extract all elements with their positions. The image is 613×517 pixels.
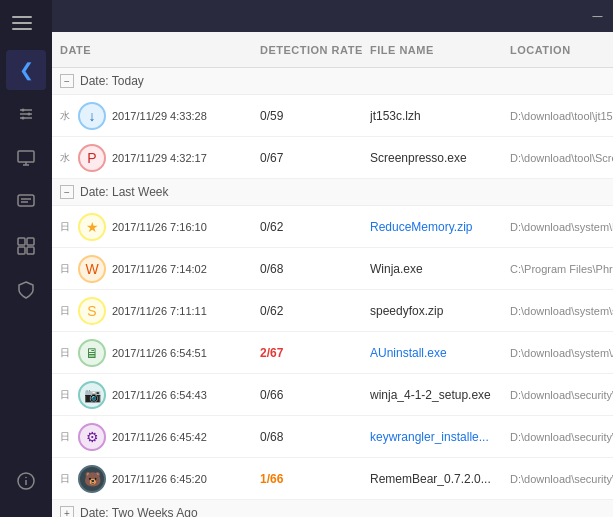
cell-location: D:\download\security\winja... xyxy=(510,389,613,401)
cell-date: 日⚙2017/11/26 6:45:42 xyxy=(60,423,260,451)
minimize-button[interactable]: ─ xyxy=(589,7,607,25)
day-indicator: 水 xyxy=(60,151,70,165)
date-text: 2017/11/29 4:32:17 xyxy=(112,152,207,164)
app-icon: S xyxy=(78,297,106,325)
menu-button[interactable] xyxy=(8,8,44,38)
date-text: 2017/11/26 7:16:10 xyxy=(112,221,207,233)
app-icon: ★ xyxy=(78,213,106,241)
cell-detection-rate: 0/59 xyxy=(260,109,370,123)
cell-location: D:\download\system\Reduc... xyxy=(510,221,613,233)
table-row[interactable]: 水P2017/11/29 4:32:170/67Screenpresso.exe… xyxy=(52,137,613,179)
tools-icon xyxy=(16,104,36,124)
cell-file-name: Winja.exe xyxy=(370,262,510,276)
cell-file-name: ReduceMemory.zip xyxy=(370,220,510,234)
cell-location: C:\Program Files\PhrozenWi... xyxy=(510,263,613,275)
svg-point-18 xyxy=(25,477,27,479)
date-text: 2017/11/26 6:54:51 xyxy=(112,347,207,359)
chat-icon xyxy=(16,192,36,212)
cell-detection-rate: 0/62 xyxy=(260,304,370,318)
svg-rect-6 xyxy=(18,151,34,162)
cell-file-name: Screenpresso.exe xyxy=(370,151,510,165)
cell-location: D:\download\security\keyw... xyxy=(510,431,613,443)
date-text: 2017/11/26 6:45:20 xyxy=(112,473,207,485)
app-icon: P xyxy=(78,144,106,172)
group-toggle-last_week[interactable]: − xyxy=(60,185,74,199)
col-header-date: DATE xyxy=(60,44,260,56)
table-row[interactable]: 日🐻2017/11/26 6:45:201/66RememBear_0.7.2.… xyxy=(52,458,613,500)
svg-rect-13 xyxy=(27,238,34,245)
cell-date: 日S2017/11/26 7:11:11 xyxy=(60,297,260,325)
cell-date: 日★2017/11/26 7:16:10 xyxy=(60,213,260,241)
cell-date: 水P2017/11/29 4:32:17 xyxy=(60,144,260,172)
svg-rect-15 xyxy=(27,247,34,254)
group-header-today[interactable]: −Date: Today xyxy=(52,68,613,95)
day-indicator: 日 xyxy=(60,346,70,360)
group-header-last_week[interactable]: −Date: Last Week xyxy=(52,179,613,206)
sidebar-item-tools[interactable] xyxy=(6,94,46,134)
cell-file-name: jt153c.lzh xyxy=(370,109,510,123)
sidebar-item-back[interactable]: ❮ xyxy=(6,50,46,90)
cell-date: 水↓2017/11/29 4:33:28 xyxy=(60,102,260,130)
cell-location: D:\download\security\Reme... xyxy=(510,473,613,485)
group-header-two_weeks[interactable]: +Date: Two Weeks Ago xyxy=(52,500,613,517)
cell-file-name: AUninstall.exe xyxy=(370,346,510,360)
app-icon: ↓ xyxy=(78,102,106,130)
group-toggle-two_weeks[interactable]: + xyxy=(60,506,74,517)
group-toggle-today[interactable]: − xyxy=(60,74,74,88)
date-text: 2017/11/26 7:11:11 xyxy=(112,305,207,317)
app-icon: 🖥 xyxy=(78,339,106,367)
cell-detection-rate: 0/66 xyxy=(260,388,370,402)
cell-location: D:\download\system\AUnin... xyxy=(510,347,613,359)
day-indicator: 日 xyxy=(60,304,70,318)
table-row[interactable]: 日W2017/11/26 7:14:020/68Winja.exeC:\Prog… xyxy=(52,248,613,290)
cell-location: D:\download\tool\jt153c.lzh xyxy=(510,110,613,122)
cell-location: D:\download\tool\Screenpr... xyxy=(510,152,613,164)
shield-icon xyxy=(16,280,36,300)
date-text: 2017/11/29 4:33:28 xyxy=(112,110,207,122)
date-text: 2017/11/26 7:14:02 xyxy=(112,263,207,275)
app-icon: 📷 xyxy=(78,381,106,409)
titlebar: ─ ⬜ ✕ xyxy=(52,0,613,32)
table-row[interactable]: 水↓2017/11/29 4:33:280/59jt153c.lzhD:\dow… xyxy=(52,95,613,137)
table-row[interactable]: 日🖥2017/11/26 6:54:512/67AUninstall.exeD:… xyxy=(52,332,613,374)
cell-file-name: speedyfox.zip xyxy=(370,304,510,318)
app-icon: W xyxy=(78,255,106,283)
info-icon xyxy=(16,471,36,491)
sidebar-item-monitor[interactable] xyxy=(6,138,46,178)
date-text: 2017/11/26 6:54:43 xyxy=(112,389,207,401)
sidebar-item-history[interactable] xyxy=(6,182,46,222)
group-label-two_weeks: Date: Two Weeks Ago xyxy=(80,506,198,517)
sidebar-nav: ❮ xyxy=(6,50,46,461)
cell-detection-rate: 0/67 xyxy=(260,151,370,165)
sidebar-item-info[interactable] xyxy=(6,461,46,501)
app-icon: 🐻 xyxy=(78,465,106,493)
day-indicator: 日 xyxy=(60,220,70,234)
svg-rect-14 xyxy=(18,247,25,254)
svg-rect-9 xyxy=(18,195,34,206)
day-indicator: 日 xyxy=(60,388,70,402)
day-indicator: 水 xyxy=(60,109,70,123)
cell-detection-rate: 0/62 xyxy=(260,220,370,234)
table-row[interactable]: 日📷2017/11/26 6:54:430/66winja_4-1-2_setu… xyxy=(52,374,613,416)
table-body: −Date: Today水↓2017/11/29 4:33:280/59jt15… xyxy=(52,68,613,517)
cell-date: 日📷2017/11/26 6:54:43 xyxy=(60,381,260,409)
sidebar-item-shield[interactable] xyxy=(6,270,46,310)
table-row[interactable]: 日S2017/11/26 7:11:110/62speedyfox.zipD:\… xyxy=(52,290,613,332)
cell-detection-rate: 1/66 xyxy=(260,472,370,486)
table-row[interactable]: 日⚙2017/11/26 6:45:420/68keywrangler_inst… xyxy=(52,416,613,458)
day-indicator: 日 xyxy=(60,262,70,276)
table-row[interactable]: 日★2017/11/26 7:16:100/62ReduceMemory.zip… xyxy=(52,206,613,248)
cell-location: D:\download\system\speed... xyxy=(510,305,613,317)
cell-file-name: keywrangler_installe... xyxy=(370,430,510,444)
svg-point-4 xyxy=(28,113,31,116)
cell-date: 日🖥2017/11/26 6:54:51 xyxy=(60,339,260,367)
sidebar-item-network[interactable] xyxy=(6,226,46,266)
day-indicator: 日 xyxy=(60,430,70,444)
sidebar: ❮ xyxy=(0,0,52,517)
cell-date: 日W2017/11/26 7:14:02 xyxy=(60,255,260,283)
group-label-today: Date: Today xyxy=(80,74,144,88)
cell-detection-rate: 0/68 xyxy=(260,262,370,276)
svg-point-5 xyxy=(22,117,25,120)
window-controls: ─ ⬜ ✕ xyxy=(589,7,613,25)
main-content: ─ ⬜ ✕ DATE DETECTION RATE FILE NAME LOCA… xyxy=(52,0,613,517)
